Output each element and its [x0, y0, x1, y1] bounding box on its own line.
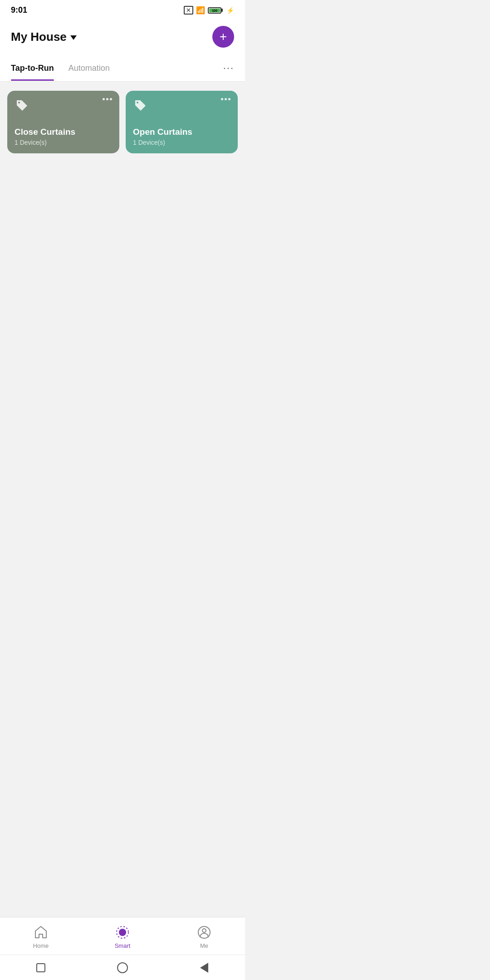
card-footer: Close Curtains 1 Device(s): [15, 127, 112, 146]
header: My House +: [0, 19, 245, 55]
plus-icon: +: [220, 30, 227, 43]
notification-icon: ✕: [184, 6, 193, 15]
scene-subtitle: 1 Device(s): [15, 139, 112, 146]
tag-icon: [133, 98, 147, 113]
scenes-grid: Close Curtains 1 Device(s) Open Curtains: [7, 91, 238, 153]
house-title-text: My House: [11, 30, 67, 44]
scene-card-open-curtains[interactable]: Open Curtains 1 Device(s): [126, 91, 238, 153]
scene-card-close-curtains[interactable]: Close Curtains 1 Device(s): [7, 91, 119, 153]
scene-subtitle: 1 Device(s): [133, 139, 230, 146]
wifi-icon: 📶: [196, 6, 205, 15]
add-button[interactable]: +: [212, 26, 234, 48]
svg-point-0: [18, 102, 20, 103]
card-more-button-close[interactable]: [103, 98, 112, 100]
card-more-button-open[interactable]: [221, 98, 230, 100]
scene-title: Close Curtains: [15, 127, 112, 137]
card-header: [133, 98, 230, 113]
charging-icon: ⚡: [226, 7, 234, 14]
svg-point-1: [137, 102, 138, 103]
card-header: [15, 98, 112, 113]
tab-automation[interactable]: Automation: [69, 56, 110, 80]
content-area: Close Curtains 1 Device(s) Open Curtains: [0, 82, 245, 426]
tab-tap-to-run[interactable]: Tap-to-Run: [11, 56, 54, 80]
status-icons: ✕ 📶 100 ⚡: [184, 6, 234, 15]
tabs-bar: Tap-to-Run Automation ···: [0, 55, 245, 82]
status-bar: 9:01 ✕ 📶 100 ⚡: [0, 0, 245, 19]
battery-indicator: 100: [208, 7, 223, 14]
card-footer: Open Curtains 1 Device(s): [133, 127, 230, 146]
chevron-down-icon: [70, 35, 77, 40]
tabs-more-button[interactable]: ···: [223, 55, 234, 81]
scene-title: Open Curtains: [133, 127, 230, 137]
status-time: 9:01: [11, 5, 27, 15]
tag-icon: [15, 98, 29, 113]
house-title-button[interactable]: My House: [11, 30, 77, 44]
